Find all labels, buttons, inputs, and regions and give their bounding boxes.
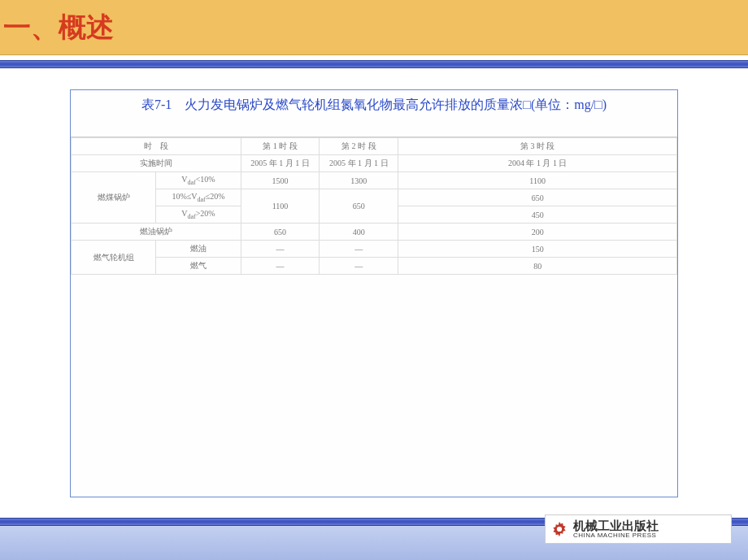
table-caption: 表7-1 火力发电锅炉及燃气轮机组氮氧化物最高允许排放的质量浓□(单位：mg/□…	[71, 90, 677, 137]
cell-p3: 第 3 时 段	[398, 138, 677, 155]
cell-coal-r3-cond: Vdaf>20%	[156, 206, 241, 224]
divider-top	[0, 60, 748, 68]
title-bar: 一、概述	[0, 0, 748, 55]
cell-gt-oil-label: 燃油	[156, 241, 241, 258]
table-row: 时 段 第 1 时 段 第 2 时 段 第 3 时 段	[72, 138, 677, 155]
publisher-text: 机械工业出版社 CHINA MACHINE PRESS	[573, 519, 659, 539]
table-row: 燃气 — — 80	[72, 258, 677, 275]
footer-band: 机械工业出版社 CHINA MACHINE PRESS	[0, 526, 748, 560]
content-area: 表7-1 火力发电锅炉及燃气轮机组氮氧化物最高允许排放的质量浓□(单位：mg/□…	[0, 68, 748, 507]
gear-icon	[550, 520, 568, 538]
cell-gt-gas-p2: —	[320, 258, 398, 275]
publisher-cn: 机械工业出版社	[573, 519, 659, 532]
cell-gt-gas-p1: —	[241, 258, 320, 275]
cell-gt-oil-p2: —	[320, 241, 398, 258]
table-row: 燃气轮机组 燃油 — — 150	[72, 241, 677, 258]
cell-impl-p3: 2004 年 1 月 1 日	[398, 155, 677, 172]
cell-coal-r1-p1: 1500	[241, 172, 320, 189]
cell-gasturbine-label: 燃气轮机组	[72, 241, 156, 275]
cell-impl-p2: 2005 年 1 月 1 日	[320, 155, 398, 172]
cell-coal-r2-p3: 650	[398, 189, 677, 206]
cell-p1: 第 1 时 段	[241, 138, 320, 155]
cell-impl-p1: 2005 年 1 月 1 日	[241, 155, 320, 172]
table-row: 燃煤锅炉 Vdaf<10% 1500 1300 1100	[72, 172, 677, 189]
table-row: 燃油锅炉 650 400 200	[72, 224, 677, 241]
cell-oil-p1: 650	[241, 224, 320, 241]
cell-oil-label: 燃油锅炉	[72, 224, 241, 241]
page-title: 一、概述	[3, 9, 114, 46]
table-row: 实施时间 2005 年 1 月 1 日 2005 年 1 月 1 日 2004 …	[72, 155, 677, 172]
slide: 一、概述 表7-1 火力发电锅炉及燃气轮机组氮氧化物最高允许排放的质量浓□(单位…	[0, 0, 748, 560]
cell-coal-r1-p3: 1100	[398, 172, 677, 189]
cell-period-label: 时 段	[72, 138, 241, 155]
cell-coal-r1-cond: Vdaf<10%	[156, 172, 241, 189]
cell-gt-oil-p3: 150	[398, 241, 677, 258]
cell-coal-r3-p3: 450	[398, 206, 677, 224]
cell-impl-label: 实施时间	[72, 155, 241, 172]
cell-coal-r2-cond: 10%≤Vdaf≤20%	[156, 189, 241, 206]
cell-oil-p3: 200	[398, 224, 677, 241]
publisher-plate: 机械工业出版社 CHINA MACHINE PRESS	[545, 514, 732, 544]
table-row: 10%≤Vdaf≤20% 1100 650 650	[72, 189, 677, 206]
cell-coal-r23-p2: 650	[320, 189, 398, 224]
emission-table: 时 段 第 1 时 段 第 2 时 段 第 3 时 段 实施时间 2005 年 …	[71, 137, 677, 275]
cell-coal-label: 燃煤锅炉	[72, 172, 156, 224]
publisher-en: CHINA MACHINE PRESS	[573, 532, 659, 539]
cell-gt-oil-p1: —	[241, 241, 320, 258]
table-container: 表7-1 火力发电锅炉及燃气轮机组氮氧化物最高允许排放的质量浓□(单位：mg/□…	[70, 89, 678, 497]
cell-gt-gas-p3: 80	[398, 258, 677, 275]
cell-coal-r1-p2: 1300	[320, 172, 398, 189]
svg-point-1	[557, 527, 562, 532]
cell-coal-r23-p1: 1100	[241, 189, 320, 224]
cell-oil-p2: 400	[320, 224, 398, 241]
cell-p2: 第 2 时 段	[320, 138, 398, 155]
cell-gt-gas-label: 燃气	[156, 258, 241, 275]
